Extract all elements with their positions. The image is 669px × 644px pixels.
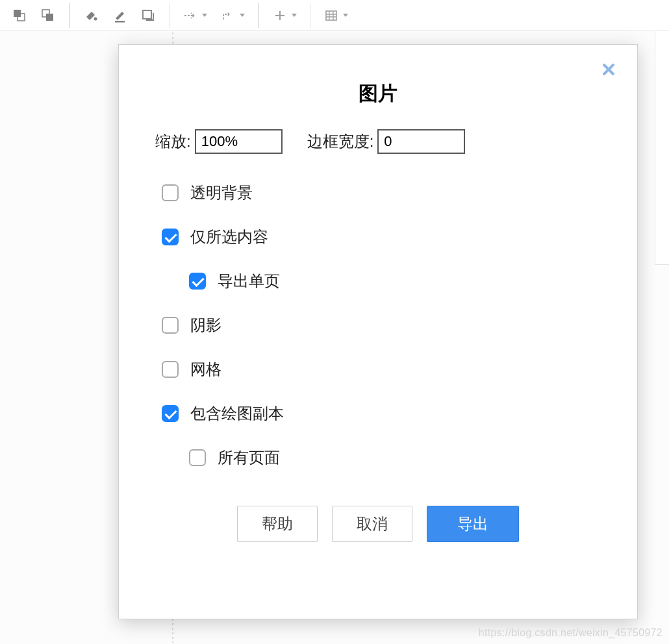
export-button[interactable]: 导出 — [427, 506, 519, 542]
border-field: 边框宽度: — [307, 129, 466, 154]
include-copy-checkbox[interactable] — [162, 405, 179, 422]
option-include-copy: 包含绘图副本 — [162, 403, 637, 424]
border-label: 边框宽度: — [307, 131, 374, 152]
close-icon[interactable] — [598, 59, 619, 80]
zoom-field: 缩放: — [155, 129, 283, 154]
svg-rect-7 — [326, 11, 336, 20]
svg-rect-3 — [46, 14, 53, 21]
cancel-button[interactable]: 取消 — [332, 506, 412, 542]
to-back-icon[interactable] — [40, 8, 56, 23]
export-image-dialog: 图片 缩放: 边框宽度: 透明背景 仅所选内容 导出单页 阴影 网 — [118, 44, 638, 619]
fill-color-icon[interactable] — [83, 8, 99, 23]
toolbar-separator — [69, 3, 70, 28]
toolbar-group-table — [317, 8, 355, 23]
toolbar-group-style — [77, 8, 162, 23]
option-all-pages: 所有页面 — [189, 447, 637, 468]
connection-arrow-icon — [183, 8, 198, 23]
line-color-icon[interactable] — [112, 8, 127, 23]
single-page-label: 导出单页 — [218, 271, 280, 291]
toolbar — [0, 0, 669, 31]
right-panel-edge — [655, 31, 669, 265]
to-front-icon[interactable] — [12, 8, 27, 23]
option-selection-only: 仅所选内容 — [162, 227, 637, 247]
field-row: 缩放: 边框宽度: — [119, 129, 637, 154]
transparent-checkbox[interactable] — [162, 184, 179, 201]
selection-label: 仅所选内容 — [190, 227, 268, 247]
shadow-icon[interactable] — [140, 8, 156, 23]
dialog-button-row: 帮助 取消 导出 — [119, 506, 637, 542]
svg-rect-5 — [115, 21, 125, 23]
table-icon — [323, 8, 339, 23]
all-pages-label: 所有页面 — [218, 447, 280, 468]
option-transparent-background: 透明背景 — [162, 182, 637, 203]
include-copy-label: 包含绘图副本 — [190, 403, 284, 424]
svg-rect-6 — [143, 10, 151, 19]
insert-dropdown[interactable] — [272, 8, 297, 23]
plus-icon — [272, 8, 288, 23]
chevron-down-icon — [240, 14, 245, 17]
option-shadow: 阴影 — [162, 315, 637, 336]
zoom-label: 缩放: — [155, 131, 191, 152]
dialog-title: 图片 — [119, 80, 637, 107]
toolbar-group-insert — [266, 8, 303, 23]
chevron-down-icon — [202, 14, 207, 17]
table-dropdown[interactable] — [323, 8, 348, 23]
options-list: 透明背景 仅所选内容 导出单页 阴影 网格 包含绘图副本 所有页面 — [119, 182, 637, 468]
zoom-input[interactable] — [195, 129, 283, 154]
toolbar-separator — [258, 3, 259, 28]
toolbar-separator — [310, 3, 311, 28]
selection-checkbox[interactable] — [162, 229, 179, 245]
transparent-label: 透明背景 — [190, 182, 253, 203]
connection-style-dropdown[interactable] — [183, 8, 207, 23]
chevron-down-icon — [343, 14, 348, 17]
all-pages-checkbox[interactable] — [189, 449, 206, 466]
chevron-down-icon — [292, 14, 297, 17]
toolbar-group-connection — [176, 8, 251, 23]
waypoint-dropdown[interactable] — [220, 8, 245, 23]
shadow-label: 阴影 — [190, 315, 221, 336]
option-grid: 网格 — [162, 359, 637, 380]
help-button[interactable]: 帮助 — [237, 506, 318, 542]
toolbar-separator — [169, 3, 170, 28]
svg-point-4 — [94, 17, 97, 20]
grid-label: 网格 — [190, 359, 221, 380]
option-export-single-page: 导出单页 — [189, 271, 637, 291]
shadow-checkbox[interactable] — [162, 317, 179, 334]
waypoint-icon — [220, 8, 236, 23]
single-page-checkbox[interactable] — [189, 273, 206, 290]
border-input[interactable] — [377, 129, 465, 154]
grid-checkbox[interactable] — [162, 361, 179, 378]
toolbar-group-arrange — [5, 8, 62, 23]
